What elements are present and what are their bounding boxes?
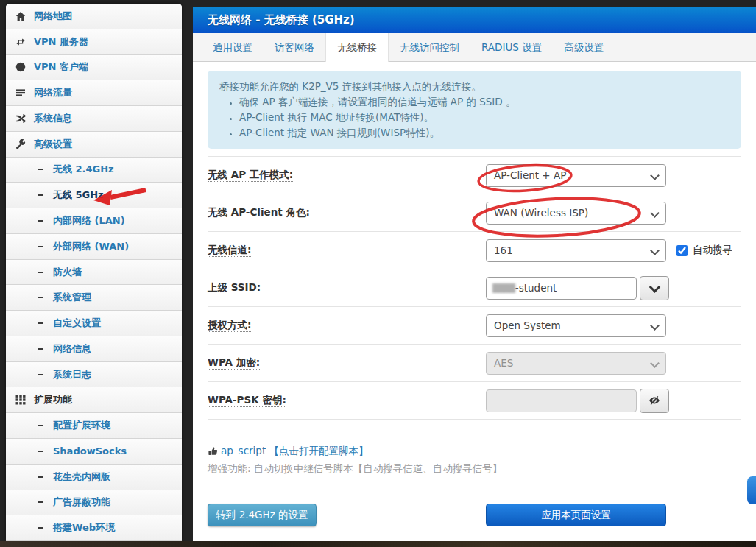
sidebar-item-vpn-client[interactable]: VPN 客户端: [6, 55, 182, 81]
sidebar-item-peanut-shell[interactable]: 花生壳内网版: [6, 465, 182, 490]
tab-radius[interactable]: RADIUS 设置: [470, 33, 553, 61]
ap-mode-value: AP-Client + AP: [494, 169, 566, 181]
sidebar-item-wireless-5ghz[interactable]: 无线 5GHz: [6, 183, 182, 208]
shuffle-icon: [15, 113, 27, 124]
sidebar-item-label: 自定义设置: [53, 317, 101, 330]
dash-icon: [37, 164, 46, 174]
sidebar-item-system-log[interactable]: 系统日志: [6, 362, 182, 388]
chevron-down-icon: [649, 281, 660, 293]
sidebar-item-label: 系统信息: [34, 112, 72, 125]
sidebar-item-lan[interactable]: 内部网络 (LAN): [6, 208, 182, 234]
wpa-value: AES: [494, 357, 513, 369]
form-row-channel: 无线信道: 161 自动搜寻: [208, 232, 741, 269]
main-content: 无线网络 - 无线桥接 (5GHz) 通用设置访客网络无线桥接无线访问控制RAD…: [193, 7, 756, 541]
sidebar-item-system-info[interactable]: 系统信息: [6, 106, 182, 132]
reveal-password-button[interactable]: [640, 389, 669, 413]
ap-script-link-text: ap_script 【点击打开配置脚本】: [221, 445, 369, 458]
sidebar-item-label: 无线 2.4GHz: [53, 163, 114, 176]
form-row-ssid: 上级 SSID: ████ -student: [208, 269, 741, 307]
sidebar-item-firewall[interactable]: 防火墙: [6, 260, 182, 286]
globe-icon: [15, 62, 27, 72]
auth-value: Open System: [494, 320, 561, 331]
hand-pointer-icon: [208, 446, 219, 456]
wrench-icon: [15, 139, 27, 149]
sidebar-item-ext-environment[interactable]: 配置扩展环境: [6, 413, 182, 439]
wpa-select: AES: [486, 352, 666, 375]
sidebar-item-vpn-server[interactable]: VPN 服务器: [6, 29, 182, 55]
sidebar-item-network-map[interactable]: 网络地图: [6, 4, 182, 29]
info-box: 桥接功能允许您的 K2P_V5 连接到其他接入点的无线连接。 确保 AP 客户端…: [208, 71, 741, 149]
sidebar-item-shadowsocks[interactable]: ShadowSocks: [6, 439, 182, 465]
channel-value: 161: [494, 244, 513, 256]
auto-scan-checkbox[interactable]: [676, 245, 688, 256]
sidebar-item-custom-settings[interactable]: 自定义设置: [6, 311, 182, 336]
dash-icon: [37, 497, 46, 507]
settings-form: 无线 AP 工作模式: AP-Client + AP 无线 AP-Client …: [208, 156, 741, 420]
script-section: ap_script 【点击打开配置脚本】 增强功能: 自动切换中继信号脚本【自动…: [208, 445, 741, 476]
sidebar-item-advanced-settings[interactable]: 高级设置: [6, 132, 182, 158]
dash-icon: [37, 241, 46, 252]
sidebar-item-label: 外部网络 (WAN): [53, 240, 129, 253]
sidebar-item-network-traffic[interactable]: 网络流量: [6, 80, 182, 106]
sidebar-item-wan[interactable]: 外部网络 (WAN): [6, 234, 182, 260]
dash-icon: [37, 420, 46, 431]
ssid-dropdown-button[interactable]: [640, 276, 669, 300]
dash-icon: [37, 523, 46, 533]
sidebar-item-label: 内部网络 (LAN): [53, 214, 125, 227]
ssid-input[interactable]: ████ -student: [486, 277, 637, 300]
goto-24ghz-button[interactable]: 转到 2.4GHz 的设置: [208, 504, 317, 526]
sidebar-item-network-info[interactable]: 网络信息: [6, 336, 182, 362]
tab-advanced[interactable]: 高级设置: [553, 33, 615, 61]
floating-button-partial[interactable]: [747, 476, 756, 504]
tab-bar: 通用设置访客网络无线桥接无线访问控制RADIUS 设置高级设置: [193, 33, 756, 62]
sidebar-item-label: 配置扩展环境: [53, 419, 110, 432]
ap-mode-select[interactable]: AP-Client + AP: [486, 164, 666, 187]
home-icon: [15, 11, 27, 21]
ap-mode-label: 无线 AP 工作模式:: [208, 169, 486, 182]
auto-scan-label: 自动搜寻: [693, 244, 732, 257]
sidebar-item-label: 网络地图: [34, 10, 72, 23]
chevron-down-icon: [650, 246, 660, 255]
sidebar-item-label: 无线 5GHz: [53, 188, 104, 202]
psk-label: WPA-PSK 密钥:: [208, 394, 486, 407]
sidebar-item-extensions[interactable]: 扩展功能: [6, 387, 182, 413]
sidebar-item-label: VPN 客户端: [34, 60, 88, 74]
wpa-label: WPA 加密:: [208, 356, 486, 370]
tab-guest-network[interactable]: 访客网络: [264, 33, 325, 61]
chevron-down-icon: [650, 359, 660, 368]
dash-icon: [37, 267, 46, 278]
page-bottom-strip: [0, 541, 756, 547]
ssid-label: 上级 SSID:: [208, 281, 486, 294]
dash-icon: [37, 216, 46, 226]
page-title: 无线网络 - 无线桥接 (5GHz): [193, 7, 756, 33]
dash-icon: [37, 190, 46, 200]
sidebar-item-label: 防火墙: [53, 266, 82, 279]
tab-general[interactable]: 通用设置: [202, 33, 264, 61]
form-row-client-role: 无线 AP-Client 角色: WAN (Wireless ISP): [208, 194, 741, 232]
sidebar-item-label: 花生壳内网版: [53, 470, 110, 484]
sidebar-item-web-environment[interactable]: 搭建Web环境: [6, 515, 182, 541]
sidebar-item-wireless-24ghz[interactable]: 无线 2.4GHz: [6, 158, 182, 183]
form-row-auth: 授权方式: Open System: [208, 307, 741, 345]
apply-settings-button[interactable]: 应用本页面设置: [486, 504, 666, 526]
client-role-select[interactable]: WAN (Wireless ISP): [486, 202, 666, 225]
dash-icon: [37, 370, 46, 380]
info-bullet: AP-Client 指定 WAN 接口规则(WISP特性)。: [239, 125, 729, 141]
tab-wireless-bridge[interactable]: 无线桥接: [325, 33, 389, 62]
tab-wireless-acl[interactable]: 无线访问控制: [389, 33, 470, 61]
ssid-visible-text: -student: [515, 282, 557, 294]
dash-icon: [37, 472, 46, 482]
psk-input: [486, 389, 637, 412]
info-box-bullets: 确保 AP 客户端连接，请设置相同的信道与远端 AP 的 SSID 。AP-Cl…: [239, 94, 729, 141]
sidebar-item-label: VPN 服务器: [34, 35, 88, 49]
ap-script-link[interactable]: ap_script 【点击打开配置脚本】: [208, 445, 741, 458]
auth-select[interactable]: Open System: [486, 314, 666, 337]
chevron-down-icon: [650, 208, 660, 218]
sidebar-item-system-admin[interactable]: 系统管理: [6, 285, 182, 311]
sidebar-item-ad-block[interactable]: 广告屏蔽功能: [6, 490, 182, 516]
button-row: 转到 2.4GHz 的设置 应用本页面设置: [208, 504, 741, 526]
channel-select[interactable]: 161: [486, 239, 666, 262]
client-role-value: WAN (Wireless ISP): [494, 207, 588, 219]
client-role-label: 无线 AP-Client 角色:: [208, 206, 486, 219]
repeat-icon: [15, 37, 27, 47]
